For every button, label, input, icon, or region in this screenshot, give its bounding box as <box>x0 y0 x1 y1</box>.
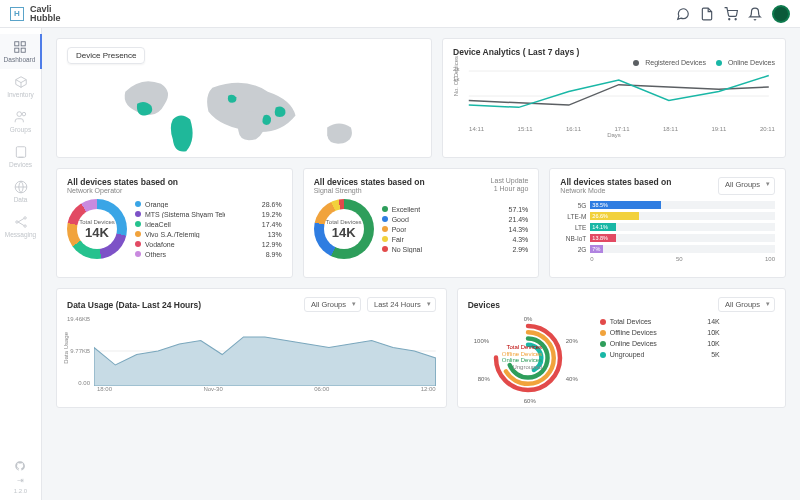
analytics-ylabel: No. Of Devices <box>453 56 459 96</box>
version: 1.2.0 <box>14 488 27 494</box>
device-presence-title: Device Presence <box>67 47 145 64</box>
list-item: MTS (Sistema Shyam Tele...19.2% <box>135 211 282 218</box>
github-icon[interactable] <box>15 461 25 473</box>
svg-point-6 <box>16 112 21 117</box>
list-item: Fair4.3% <box>382 236 529 243</box>
analytics-xlabel: Days <box>453 132 775 138</box>
users-icon <box>14 110 28 124</box>
list-item: 2G7% <box>560 245 775 253</box>
top-actions <box>676 5 790 23</box>
list-item: 5G38.5% <box>560 201 775 209</box>
cube-icon <box>14 75 28 89</box>
list-item: Offline Devices10K <box>600 329 720 336</box>
data-usage-range-dropdown[interactable]: Last 24 Hours <box>367 297 436 312</box>
device-analytics-card: Device Analytics ( Last 7 days ) Registe… <box>442 38 786 158</box>
list-item: Good21.4% <box>382 216 529 223</box>
device-presence-card: Device Presence <box>56 38 432 158</box>
avatar[interactable] <box>772 5 790 23</box>
grid-icon <box>13 40 27 54</box>
list-item: LTE14.1% <box>560 223 775 231</box>
network-mode-groups-dropdown[interactable]: All Groups <box>718 177 775 195</box>
devices-groups-dropdown[interactable]: All Groups <box>718 297 775 312</box>
world-map <box>67 68 421 163</box>
document-icon[interactable] <box>700 7 714 21</box>
svg-rect-4 <box>14 48 18 52</box>
list-item: Total Devices14K <box>600 318 720 325</box>
data-usage-chart <box>94 316 436 386</box>
signal-strength-card: All devices states based on Signal Stren… <box>303 168 540 278</box>
svg-point-1 <box>735 18 736 19</box>
main-content: Device Presence <box>42 28 800 500</box>
legend-registered: Registered Devices <box>633 59 706 66</box>
svg-point-11 <box>15 221 17 223</box>
list-item: Ungrouped5K <box>600 351 720 358</box>
sidebar: DashboardInventoryGroupsDevicesDataMessa… <box>0 28 42 500</box>
devices-gauge: Total Devices Offline Devices Online Dev… <box>468 318 588 398</box>
sidebar-item-label: Devices <box>9 161 32 168</box>
svg-rect-5 <box>21 48 25 52</box>
data-usage-card: Data Usage (Data- Last 24 Hours) All Gro… <box>56 288 447 408</box>
list-item: IdeaCell17.4% <box>135 221 282 228</box>
svg-rect-3 <box>21 42 25 46</box>
globe-icon <box>14 180 28 194</box>
analytics-chart <box>463 66 775 126</box>
svg-point-12 <box>23 217 25 219</box>
sidebar-item-label: Inventory <box>7 91 34 98</box>
data-usage-x-axis: 18:00Nov-3006:0012:00 <box>67 386 436 392</box>
brand: H Cavli Hubble <box>10 5 61 23</box>
list-item: Orange28.6% <box>135 201 282 208</box>
sidebar-item-inventory[interactable]: Inventory <box>0 69 42 104</box>
list-item: Excellent57.1% <box>382 206 529 213</box>
analytics-title: Device Analytics ( Last 7 days ) <box>453 47 579 57</box>
bell-icon[interactable] <box>748 7 762 21</box>
devices-card: Devices All Groups <box>457 288 786 408</box>
chat-icon[interactable] <box>676 7 690 21</box>
brand-logo-icon: H <box>10 7 24 21</box>
svg-point-7 <box>22 112 26 116</box>
list-item: Poor14.3% <box>382 226 529 233</box>
list-item: No Signal2.9% <box>382 246 529 253</box>
brand-text: Cavli Hubble <box>30 5 61 23</box>
sidebar-footer: ⇥ 1.2.0 <box>14 461 27 494</box>
svg-rect-2 <box>14 42 18 46</box>
network-mode-card: All devices states based on Network Mode… <box>549 168 786 278</box>
cart-icon[interactable] <box>724 7 738 21</box>
top-bar: H Cavli Hubble <box>0 0 800 28</box>
list-item: Others8.9% <box>135 251 282 258</box>
nodes-icon <box>14 215 28 229</box>
data-usage-groups-dropdown[interactable]: All Groups <box>304 297 361 312</box>
legend-online: Online Devices <box>716 59 775 66</box>
expand-icon[interactable]: ⇥ <box>17 476 24 485</box>
sidebar-item-label: Dashboard <box>4 56 36 63</box>
svg-point-0 <box>729 18 730 19</box>
sidebar-item-messaging[interactable]: Messaging <box>0 209 42 244</box>
network-operator-card: All devices states based on Network Oper… <box>56 168 293 278</box>
device-icon <box>14 145 28 159</box>
svg-rect-8 <box>16 147 25 158</box>
list-item: Vivo S.A./Telemig13% <box>135 231 282 238</box>
brand-line2: Hubble <box>30 14 61 23</box>
list-item: Online Devices10K <box>600 340 720 347</box>
signal-strength-donut: Total Devices 14K <box>314 199 374 259</box>
svg-point-13 <box>23 225 25 227</box>
list-item: NB-IoT13.8% <box>560 234 775 242</box>
list-item: Vodafone12.9% <box>135 241 282 248</box>
sidebar-item-devices[interactable]: Devices <box>0 139 42 174</box>
sidebar-item-label: Groups <box>10 126 31 133</box>
network-operator-donut: Total Devices 14K <box>67 199 127 259</box>
sidebar-item-data[interactable]: Data <box>0 174 42 209</box>
list-item: LTE-M26.6% <box>560 212 775 220</box>
sidebar-item-label: Messaging <box>5 231 36 238</box>
sidebar-item-groups[interactable]: Groups <box>0 104 42 139</box>
sidebar-item-label: Data <box>14 196 28 203</box>
sidebar-item-dashboard[interactable]: Dashboard <box>0 34 42 69</box>
